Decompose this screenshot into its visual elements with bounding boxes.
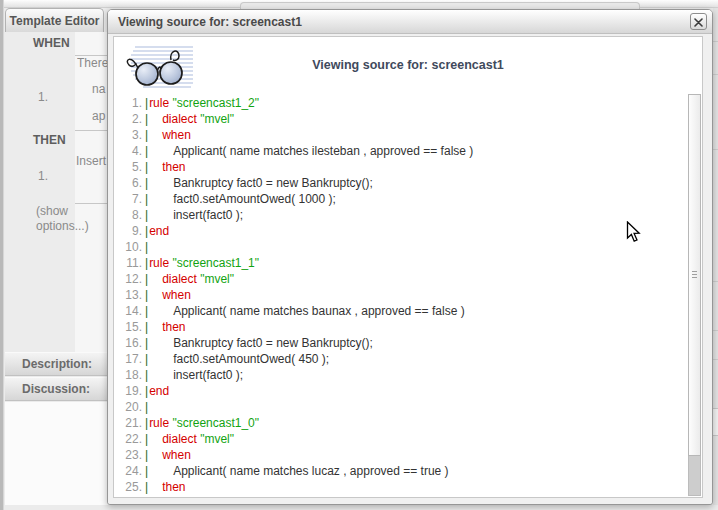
line-content: dialect "mvel" <box>148 111 234 127</box>
line-content: end <box>148 383 169 399</box>
then-label: THEN <box>33 133 66 147</box>
line-number: 6. <box>120 175 142 191</box>
scrollbar <box>688 94 701 496</box>
page-right-sliver <box>713 8 718 505</box>
line-content: insert(fact0 ); <box>148 207 243 223</box>
source-line: 24.|Applicant( name matches lucaz , appr… <box>120 463 686 479</box>
action-fragment: Insert B <box>76 154 110 168</box>
scrollbar-thumb[interactable] <box>688 94 701 456</box>
line-number: 3. <box>120 127 142 143</box>
line-number: 8. <box>120 207 142 223</box>
line-content: insert(fact0 ); <box>148 367 243 383</box>
line-number: 14. <box>120 303 142 319</box>
description-label: Description: <box>22 357 92 371</box>
line-content: dialect "mvel" <box>148 431 234 447</box>
source-line: 11.|rule "screencast1_1" <box>120 255 686 271</box>
source-line: 1.|rule "screencast1_2" <box>120 95 686 111</box>
source-line: 18.|insert(fact0 ); <box>120 367 686 383</box>
line-number: 12. <box>120 271 142 287</box>
close-x-icon <box>694 13 703 31</box>
source-line: 19.|end <box>120 383 686 399</box>
source-line: 23.|when <box>120 447 686 463</box>
source-line: 8.|insert(fact0 ); <box>120 207 686 223</box>
template-editor-panel: WHEN There i na ap 1. THEN Insert B 1. (… <box>5 32 110 352</box>
line-content: Bankruptcy fact0 = new Bankruptcy(); <box>148 175 373 191</box>
line-content: rule "screencast1_0" <box>148 415 259 431</box>
source-line: 20.| <box>120 399 686 415</box>
line-content: when <box>148 287 191 303</box>
line-content: fact0.setAmountOwed( 1000 ); <box>148 191 336 207</box>
source-line: 21.|rule "screencast1_0" <box>120 415 686 431</box>
line-content: then <box>148 479 185 495</box>
lower-panel <box>5 402 110 505</box>
sliver-button <box>713 408 718 436</box>
source-line: 14.|Applicant( name matches baunax , app… <box>120 303 686 319</box>
tab-label: Template Editor <box>10 14 100 28</box>
line-number: 5. <box>120 159 142 175</box>
line-number: 21. <box>120 415 142 431</box>
source-line: 13.|when <box>120 287 686 303</box>
source-line: 25.|then <box>120 479 686 495</box>
line-content: end <box>148 223 169 239</box>
source-line: 10.| <box>120 239 686 255</box>
source-line: 2.|dialect "mvel" <box>120 111 686 127</box>
line-number: 2. <box>120 111 142 127</box>
line-number: 16. <box>120 335 142 351</box>
line-content: Applicant( name matches baunax , approve… <box>148 303 465 319</box>
source-line: 6.|Bankruptcy fact0 = new Bankruptcy(); <box>120 175 686 191</box>
close-button[interactable] <box>690 13 707 30</box>
line-number: 22. <box>120 431 142 447</box>
line-number: 25. <box>120 479 142 495</box>
dialog-titlebar: Viewing source for: screencast1 <box>108 10 712 34</box>
discussion-label: Discussion: <box>22 382 90 396</box>
source-line: 7.|fact0.setAmountOwed( 1000 ); <box>120 191 686 207</box>
line-content: rule "screencast1_1" <box>148 255 259 271</box>
view-source-dialog: Viewing source for: screencast1 <box>107 9 713 505</box>
source-line: 9.|end <box>120 223 686 239</box>
source-viewer: Viewing source for: screencast1 1.|rule … <box>113 36 703 498</box>
source-line: 5.|then <box>120 159 686 175</box>
row-number: 1. <box>38 90 48 104</box>
line-number: 9. <box>120 223 142 239</box>
background-tab <box>240 2 640 9</box>
discussion-header[interactable]: Discussion: <box>5 377 110 401</box>
line-number: 4. <box>120 143 142 159</box>
panel-splitter <box>0 0 4 510</box>
source-line: 12.|dialect "mvel" <box>120 271 686 287</box>
tab-template-editor[interactable]: Template Editor <box>5 8 104 32</box>
source-line: 16.|Bankruptcy fact0 = new Bankruptcy(); <box>120 335 686 351</box>
condition-fragment: There i <box>77 56 110 70</box>
line-content: then <box>148 159 185 175</box>
line-content: then <box>148 319 185 335</box>
line-number: 18. <box>120 367 142 383</box>
line-content: when <box>148 447 191 463</box>
line-content: Applicant( name matches lucaz , approved… <box>148 463 448 479</box>
line-content: when <box>148 127 191 143</box>
line-content: fact0.setAmountOwed( 450 ); <box>148 351 329 367</box>
row-number: 1. <box>38 169 48 183</box>
line-content: rule "screencast1_2" <box>148 95 259 111</box>
dialog-title: Viewing source for: screencast1 <box>118 15 690 29</box>
line-content <box>148 239 149 255</box>
line-number: 23. <box>120 447 142 463</box>
show-options-link[interactable]: (show options...) <box>36 204 100 234</box>
scrollbar-track[interactable] <box>688 456 701 496</box>
line-content: Bankruptcy fact0 = new Bankruptcy(); <box>148 335 373 351</box>
line-number: 11. <box>120 255 142 271</box>
source-line: 15.|then <box>120 319 686 335</box>
line-content: Applicant( name matches ilesteban , appr… <box>148 143 473 159</box>
line-number: 1. <box>120 95 142 111</box>
line-number: 20. <box>120 399 142 415</box>
source-line: 4.|Applicant( name matches ilesteban , a… <box>120 143 686 159</box>
line-number: 10. <box>120 239 142 255</box>
scrollbar-grip-icon <box>692 271 697 279</box>
line-content <box>148 399 149 415</box>
dialog-body: Viewing source for: screencast1 1.|rule … <box>108 34 712 504</box>
line-number: 24. <box>120 463 142 479</box>
source-header-title: Viewing source for: screencast1 <box>114 58 702 72</box>
rule-column <box>75 32 110 352</box>
line-number: 7. <box>120 191 142 207</box>
line-number: 19. <box>120 383 142 399</box>
description-header[interactable]: Description: <box>5 352 110 376</box>
line-number: 13. <box>120 287 142 303</box>
